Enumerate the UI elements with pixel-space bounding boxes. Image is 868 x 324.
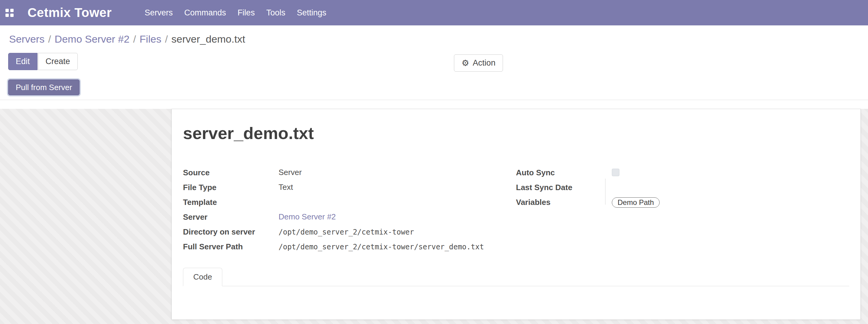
breadcrumb-demo-server[interactable]: Demo Server #2 (55, 33, 130, 45)
field-row-auto-sync: Auto Sync (516, 168, 849, 178)
field-row-source: Source Server (183, 168, 516, 178)
field-label: Variables (516, 197, 612, 207)
field-value (612, 168, 619, 176)
object-buttons-row: Pull from Server (8, 79, 868, 95)
notebook-tabbar: Code (183, 267, 849, 286)
field-value: /opt/demo_server_2/cetmix-tower (279, 227, 414, 236)
menu-servers[interactable]: Servers (139, 0, 179, 25)
record-title: server_demo.txt (183, 124, 849, 143)
fields-left-column: Source Server File Type Text Template Se… (183, 168, 516, 257)
content-area: server_demo.txt Source Server File Type … (0, 109, 868, 324)
field-row-last-sync-date: Last Sync Date (516, 183, 849, 193)
gear-icon: ⚙ (462, 59, 469, 67)
apps-grid-square (10, 13, 13, 17)
breadcrumb-separator: / (133, 33, 136, 45)
field-label: File Type (183, 183, 279, 192)
top-navbar: Cetmix Tower Servers Commands Files Tool… (0, 0, 868, 25)
field-label: Source (183, 168, 279, 177)
menu-settings[interactable]: Settings (291, 0, 332, 25)
breadcrumb: Servers/Demo Server #2/Files/server_demo… (0, 25, 868, 45)
fields-right-column: Auto Sync Last Sync Date Variables Demo … (516, 168, 849, 257)
action-dropdown-button[interactable]: ⚙ Action (454, 55, 503, 72)
field-value: Text (279, 183, 293, 192)
breadcrumb-servers[interactable]: Servers (9, 33, 44, 45)
field-label: Last Sync Date (516, 183, 612, 192)
create-button[interactable]: Create (38, 53, 78, 70)
field-label: Full Server Path (183, 242, 279, 252)
field-row-full-path: Full Server Path /opt/demo_server_2/cetm… (183, 242, 516, 252)
breadcrumb-separator: / (48, 33, 51, 45)
variables-divider (605, 179, 606, 205)
control-panel: Servers/Demo Server #2/Files/server_demo… (0, 25, 868, 100)
field-row-server: Server Demo Server #2 (183, 212, 516, 222)
apps-grid-square (10, 9, 13, 12)
breadcrumb-files[interactable]: Files (140, 33, 161, 45)
field-row-template: Template (183, 197, 516, 208)
field-value: Demo Path (612, 197, 660, 208)
field-label: Server (183, 212, 279, 222)
field-row-file-type: File Type Text (183, 183, 516, 193)
edit-create-button-group: Edit Create (8, 53, 868, 70)
edit-button[interactable]: Edit (8, 53, 37, 70)
tab-code[interactable]: Code (183, 268, 222, 286)
form-fields: Source Server File Type Text Template Se… (183, 168, 849, 257)
apps-grid-icon[interactable] (5, 9, 13, 17)
breadcrumb-current: server_demo.txt (172, 33, 245, 45)
field-label: Template (183, 197, 279, 207)
menu-tools[interactable]: Tools (260, 0, 291, 25)
action-button-label: Action (473, 58, 495, 68)
apps-grid-square (5, 13, 9, 17)
menu-files[interactable]: Files (232, 0, 260, 25)
app-brand-title[interactable]: Cetmix Tower (28, 5, 112, 20)
field-row-directory: Directory on server /opt/demo_server_2/c… (183, 227, 516, 237)
auto-sync-checkbox (612, 169, 619, 176)
form-sheet: server_demo.txt Source Server File Type … (172, 109, 861, 320)
apps-grid-square (5, 9, 9, 12)
field-row-variables: Variables Demo Path (516, 197, 849, 208)
pull-from-server-button[interactable]: Pull from Server (8, 79, 80, 95)
field-value: Server (279, 168, 302, 177)
field-label: Auto Sync (516, 168, 612, 177)
field-label: Directory on server (183, 227, 279, 237)
menu-commands[interactable]: Commands (179, 0, 232, 25)
server-record-link[interactable]: Demo Server #2 (279, 212, 336, 221)
top-menu: Servers Commands Files Tools Settings (139, 0, 332, 25)
variable-tag-demo-path: Demo Path (612, 197, 660, 208)
breadcrumb-separator: / (165, 33, 167, 45)
field-value: Demo Server #2 (279, 212, 336, 222)
field-value: /opt/demo_server_2/cetmix-tower/server_d… (279, 242, 484, 251)
